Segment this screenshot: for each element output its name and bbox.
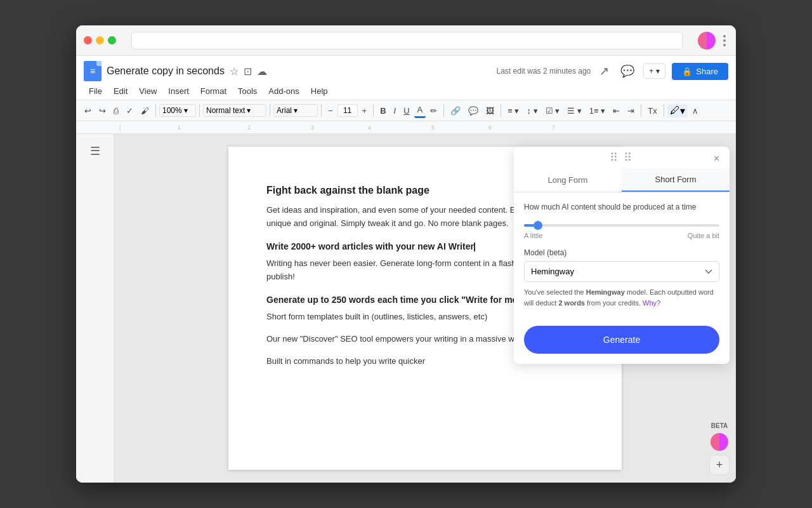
menu-tools[interactable]: Tools — [233, 84, 262, 98]
menu-addons[interactable]: Add-ons — [263, 84, 304, 98]
why-link[interactable]: Why? — [643, 299, 660, 307]
font-select[interactable]: Arial ▾ — [273, 104, 318, 117]
ruler-marker: | — [119, 124, 121, 131]
slider-min-label: A little — [524, 232, 542, 239]
share-label: Share — [696, 67, 718, 76]
dot-icon — [723, 35, 726, 37]
add-content-button[interactable]: + ▾ — [643, 64, 665, 79]
font-value: Arial — [277, 106, 292, 115]
menu-bar: File Edit View Insert Format Tools Add-o… — [84, 84, 728, 100]
toolbar-separator — [321, 104, 322, 117]
model-words-bold: 2 words — [558, 299, 585, 307]
numbered-list-button[interactable]: 1≡ ▾ — [586, 104, 608, 117]
indent-decrease-button[interactable]: ⇤ — [610, 104, 623, 117]
menu-file[interactable]: File — [84, 84, 107, 98]
chevron-down-icon: ▾ — [247, 106, 251, 115]
content-amount-slider[interactable] — [524, 224, 719, 227]
traffic-lights — [84, 36, 116, 44]
app-window: ≡ Generate copy in seconds ☆ ⊡ ☁ Last ed… — [76, 25, 736, 483]
line-spacing-button[interactable]: ↕ ▾ — [523, 104, 540, 117]
italic-button[interactable]: I — [391, 104, 400, 117]
menu-help[interactable]: Help — [306, 84, 333, 98]
generate-button[interactable]: Generate — [524, 326, 719, 354]
font-size-decrease[interactable]: − — [325, 104, 336, 117]
chevron-down-icon: ▾ — [184, 106, 188, 115]
collapse-toolbar-button[interactable]: ∧ — [689, 104, 702, 117]
ai-panel-close-button[interactable]: × — [710, 152, 723, 166]
ruler-marker: 4 — [368, 124, 371, 131]
ai-panel-body: How much AI content should be produced a… — [514, 192, 730, 318]
highlight-color-button[interactable]: ✏ — [427, 104, 440, 117]
undo-button[interactable]: ↩ — [81, 104, 95, 117]
indent-increase-button[interactable]: ⇥ — [624, 104, 638, 117]
toolbar-separator — [270, 104, 270, 117]
ruler-marker: 7 — [552, 124, 555, 131]
bottom-avatar-icon — [710, 433, 728, 451]
share-button[interactable]: 🔒 Share — [672, 63, 728, 80]
menu-edit[interactable]: Edit — [108, 84, 133, 98]
text-color-button[interactable]: A — [414, 103, 426, 118]
style-select[interactable]: Normal text ▾ — [203, 104, 266, 117]
zoom-value: 100% — [162, 106, 182, 115]
panel-drag-handle[interactable]: ⠿ ⠿ — [514, 147, 730, 168]
text-cursor — [474, 243, 475, 251]
clear-formatting-button[interactable]: Tx — [645, 104, 660, 117]
ai-panel: ⠿ ⠿ × Long Form Short Form How much AI c… — [514, 147, 730, 364]
folder-icon[interactable]: ⊡ — [244, 65, 252, 77]
add-floating-button[interactable]: + — [709, 455, 730, 475]
font-size-controls: − + — [325, 104, 370, 117]
sidebar-left: ☰ — [76, 134, 114, 483]
menu-insert[interactable]: Insert — [163, 84, 194, 98]
outline-icon[interactable]: ☰ — [90, 144, 100, 483]
ruler-marker: 2 — [247, 124, 251, 131]
toolbar-separator — [501, 104, 501, 117]
bullet-list-button[interactable]: ☰ ▾ — [564, 104, 585, 117]
model-name-bold: Hemingway — [586, 288, 625, 296]
main-content: ☰ Fight back against the blank page Get … — [76, 134, 736, 483]
model-select[interactable]: Hemingway GPT-4 GPT-3 — [524, 261, 719, 282]
zoom-select[interactable]: 100% ▾ — [159, 104, 196, 117]
toolbar-separator — [199, 104, 200, 117]
toolbar-separator — [641, 104, 641, 117]
paint-format-button[interactable]: 🖌 — [138, 104, 152, 117]
ai-highlight-button[interactable]: 🖊 ▾ — [667, 104, 688, 117]
maximize-window-button[interactable] — [108, 36, 116, 44]
print-button[interactable]: ⎙ — [110, 104, 122, 117]
more-options-button[interactable] — [721, 32, 728, 49]
insert-image-button[interactable]: 🖼 — [483, 104, 497, 117]
menu-view[interactable]: View — [134, 84, 162, 98]
autosave-status: Last edit was 2 minutes ago — [497, 67, 591, 76]
toolbar-separator — [664, 104, 664, 117]
cloud-icon[interactable]: ☁ — [257, 65, 267, 77]
comment-icon[interactable]: 💬 — [618, 62, 637, 81]
checklist-button[interactable]: ☑ ▾ — [542, 104, 563, 117]
address-bar[interactable] — [131, 32, 683, 50]
ruler-marker: 3 — [311, 124, 314, 131]
font-size-input[interactable] — [337, 104, 358, 117]
titlebar — [76, 25, 736, 56]
font-size-increase[interactable]: + — [359, 104, 370, 117]
close-window-button[interactable] — [84, 36, 92, 44]
toolbar-separator — [155, 104, 156, 117]
bold-button[interactable]: B — [377, 104, 389, 117]
document-title[interactable]: Generate copy in seconds — [107, 65, 225, 77]
underline-button[interactable]: U — [400, 104, 412, 117]
tab-long-form[interactable]: Long Form — [514, 168, 622, 192]
spellcheck-button[interactable]: ✓ — [123, 104, 136, 117]
plus-icon: + — [649, 67, 653, 76]
model-label: Model (beta) — [524, 248, 719, 257]
bottom-right-area: BETA + — [709, 422, 730, 475]
redo-button[interactable]: ↪ — [96, 104, 109, 117]
toolbar: ↩ ↪ ⎙ ✓ 🖌 100% ▾ Normal text ▾ Arial ▾ −… — [76, 100, 736, 121]
ruler-marker: 1 — [178, 124, 181, 131]
star-icon[interactable]: ☆ — [230, 65, 239, 77]
menu-format[interactable]: Format — [195, 84, 232, 98]
minimize-window-button[interactable] — [96, 36, 104, 44]
tab-short-form[interactable]: Short Form — [622, 168, 730, 192]
titlebar-right — [698, 32, 728, 50]
docs-title-row: ≡ Generate copy in seconds ☆ ⊡ ☁ Last ed… — [84, 61, 728, 81]
insert-comment-button[interactable]: 💬 — [465, 104, 481, 117]
insert-link-button[interactable]: 🔗 — [447, 104, 464, 117]
trending-icon[interactable]: ↗ — [597, 62, 612, 81]
align-button[interactable]: ≡ ▾ — [504, 104, 522, 117]
